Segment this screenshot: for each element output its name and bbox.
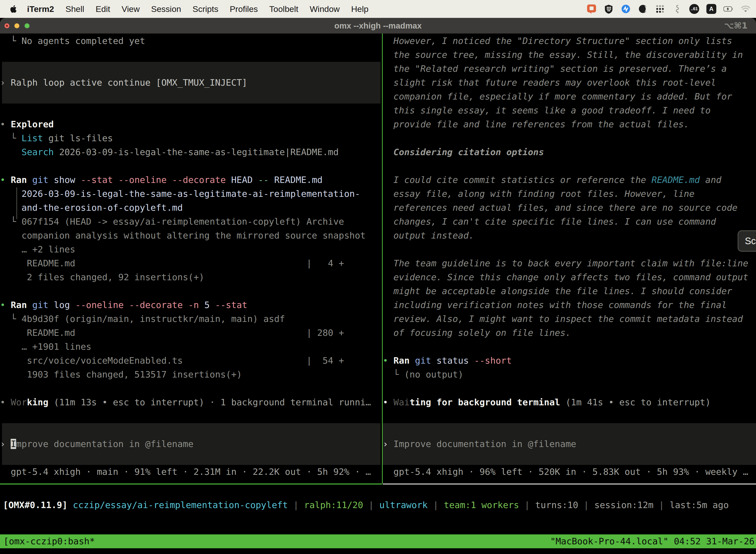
- menu-item-view[interactable]: View: [116, 0, 145, 18]
- terminal-row: provide file and line references from th…: [383, 117, 756, 131]
- terminal-row: • Ran git status --short: [383, 354, 756, 368]
- terminal-row: • Ran git log --oneline --decorate -n 5 …: [0, 298, 382, 312]
- terminal-row: └ 4b9d30f (origin/main, instructkr/main,…: [0, 312, 382, 326]
- terminal-row: [383, 159, 756, 173]
- left-pane-rows: └ No agents completed yet› Ralph loop ac…: [0, 34, 382, 479]
- terminal-row: gpt-5.4 xhigh · main · 91% left · 2.31M …: [0, 465, 382, 479]
- terminal-row: [383, 451, 756, 465]
- terminal-row: review. Also, I might want to inspect th…: [383, 312, 756, 326]
- terminal-row: 2026-03-09-is-legal-the-same-as-legitima…: [0, 187, 382, 201]
- terminal-row: [383, 382, 756, 395]
- terminal-row: src/voice/voiceModeEnabled.ts | 54 +: [0, 354, 382, 368]
- terminal-row: the source tree, missing the essay. Stil…: [383, 48, 756, 62]
- terminal-row: [0, 159, 382, 173]
- terminal-row: essay file, along with finding root file…: [383, 187, 756, 201]
- menu-bar-status-icons: ..61 A: [586, 0, 751, 18]
- menu-item-session[interactable]: Session: [145, 0, 187, 18]
- terminal-row: [0, 451, 382, 465]
- terminal-row: [383, 242, 756, 257]
- terminal-row: this single essay, it seems like a good …: [383, 104, 756, 117]
- terminal-row: README.md | 280 +: [0, 326, 382, 340]
- right-pane-bottom-border: [383, 484, 756, 485]
- terminal-row: I could cite commit statistics or refere…: [383, 173, 756, 187]
- terminal-row: Considering citation options: [383, 145, 756, 159]
- terminal-row: └ 067f154 (HEAD -> essay/ai-reimplementa…: [0, 215, 382, 229]
- terminal-row: including verification notes with those …: [383, 298, 756, 312]
- menu-item-help[interactable]: Help: [345, 0, 374, 18]
- terminal-row: gpt-5.4 xhigh · 96% left · 520K in · 5.8…: [383, 465, 756, 479]
- window-shortcut-badge: ⌥⌘1: [724, 18, 748, 34]
- terminal-row: changes, I can't cite specific file line…: [383, 215, 756, 229]
- terminal-row: the "Related research writing" section i…: [383, 62, 756, 76]
- menu-item-shell[interactable]: Shell: [60, 0, 90, 18]
- terminal-row: evidence. Since this change only affects…: [383, 270, 756, 284]
- shield-grid-icon[interactable]: [604, 4, 614, 14]
- left-pane-bottom-border: [0, 484, 382, 485]
- terminal-row: [0, 62, 382, 76]
- omx-status-line: [OMX#0.11.9] cczip/essay/ai-reimplementa…: [0, 498, 756, 512]
- blue-zigzag-icon[interactable]: [621, 4, 631, 14]
- terminal-row: [383, 131, 756, 145]
- menu-item-iterm2[interactable]: iTerm2: [21, 0, 60, 18]
- menu-item-scripts[interactable]: Scripts: [187, 0, 224, 18]
- squiggle-icon[interactable]: [672, 4, 682, 14]
- terminal-row: 2 files changed, 92 insertions(+): [0, 270, 382, 284]
- terminal-row: [0, 423, 382, 437]
- terminal-row: › Improve documentation in @filename: [383, 437, 756, 451]
- terminal-row: › Improve documentation in @filename: [0, 437, 382, 451]
- terminal-row: and-the-erosion-of-copyleft.md: [0, 201, 382, 215]
- terminal-area: └ No agents completed yet› Ralph loop ac…: [0, 34, 756, 554]
- terminal-row: [383, 340, 756, 354]
- count-badge-icon[interactable]: ..61: [689, 4, 699, 14]
- a-badge-icon[interactable]: A: [706, 4, 716, 14]
- terminal-row: [383, 423, 756, 437]
- apple-menu-icon[interactable]: [9, 4, 18, 14]
- terminal-row: of focusing solely on file lines.: [383, 326, 756, 340]
- window-title: omx --xhigh --madmax: [0, 18, 756, 34]
- terminal-row: However, I noticed the "Directory Struct…: [383, 34, 756, 48]
- terminal-row: README.md | 4 +: [0, 257, 382, 270]
- chat-app-icon[interactable]: [586, 4, 596, 14]
- terminal-row: references need actual files, and since …: [383, 201, 756, 215]
- terminal-row: • Ran git show --stat --oneline --decora…: [0, 173, 382, 187]
- terminal-row: [0, 284, 382, 298]
- menu-item-toolbelt[interactable]: Toolbelt: [264, 0, 304, 18]
- right-pane: However, I noticed the "Directory Struct…: [383, 34, 756, 484]
- terminal-row: [0, 90, 382, 104]
- menu-item-edit[interactable]: Edit: [90, 0, 116, 18]
- terminal-row: [0, 409, 382, 423]
- menu-item-profiles[interactable]: Profiles: [224, 0, 263, 18]
- left-pane: └ No agents completed yet› Ralph loop ac…: [0, 34, 382, 484]
- tmux-session-label: [omx-cczip0:bash*: [3, 535, 95, 548]
- terminal-row: └ No agents completed yet: [0, 34, 382, 48]
- battery-icon[interactable]: [723, 4, 734, 14]
- terminal-row: The team guideline is to back every impo…: [383, 257, 756, 270]
- terminal-row: might be acceptable alongside the file l…: [383, 284, 756, 298]
- menu-item-window[interactable]: Window: [304, 0, 345, 18]
- terminal-row: └ (no output): [383, 368, 756, 382]
- terminal-row: companion file, especially if more comme…: [383, 90, 756, 104]
- tmux-status-bar: [omx-cczip0:bash* "MacBook-Pro-44.local"…: [0, 535, 756, 548]
- right-pane-rows: However, I noticed the "Directory Struct…: [383, 34, 756, 479]
- terminal-row: • Explored: [0, 117, 382, 131]
- terminal-row: [OMX#0.11.9] cczip/essay/ai-reimplementa…: [3, 498, 756, 512]
- menu-bar: iTerm2 Shell Edit View Session Scripts P…: [0, 0, 756, 18]
- dots-grid-icon[interactable]: [655, 4, 665, 14]
- terminal-row: companion analysis without altering the …: [0, 229, 382, 242]
- terminal-row: └ List git ls-files: [0, 131, 382, 145]
- terminal-row: slight risk that future readers may over…: [383, 76, 756, 90]
- wifi-icon[interactable]: [741, 4, 751, 14]
- terminal-row: Search 2026-03-09-is-legal-the-same-as-l…: [0, 145, 382, 159]
- tmux-host-clock-label: "MacBook-Pro-44.local" 04:52 31-Mar-26: [550, 535, 755, 548]
- terminal-row: [0, 48, 382, 62]
- screen-share-tooltip[interactable]: Scre: [738, 230, 756, 252]
- terminal-row: • Working (11m 13s • esc to interrupt) ·…: [0, 395, 382, 409]
- terminal-row: 1903 files changed, 513517 insertions(+): [0, 368, 382, 382]
- crescent-circle-icon[interactable]: [638, 4, 648, 14]
- terminal-row: [383, 409, 756, 423]
- terminal-row: › Ralph loop active continue [OMX_TMUX_I…: [0, 76, 382, 90]
- terminal-row: [0, 382, 382, 395]
- terminal-row: … +2 lines: [0, 242, 382, 257]
- terminal-row: • Waiting for background terminal (1m 41…: [383, 395, 756, 409]
- terminal-row: [0, 104, 382, 117]
